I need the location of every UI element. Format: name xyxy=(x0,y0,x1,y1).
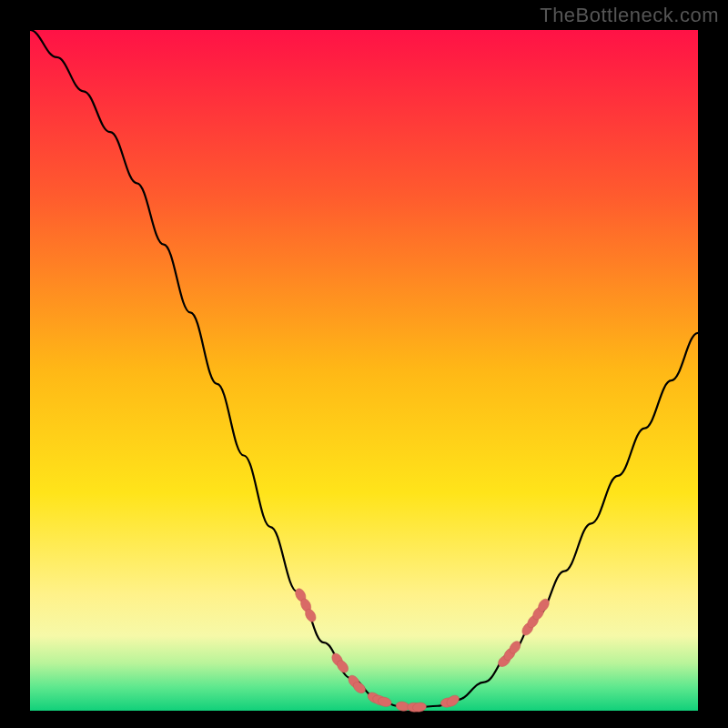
bottleneck-chart xyxy=(0,0,728,728)
plot-background xyxy=(30,30,698,711)
watermark-text: TheBottleneck.com xyxy=(540,4,719,27)
chart-stage: TheBottleneck.com xyxy=(0,0,728,728)
